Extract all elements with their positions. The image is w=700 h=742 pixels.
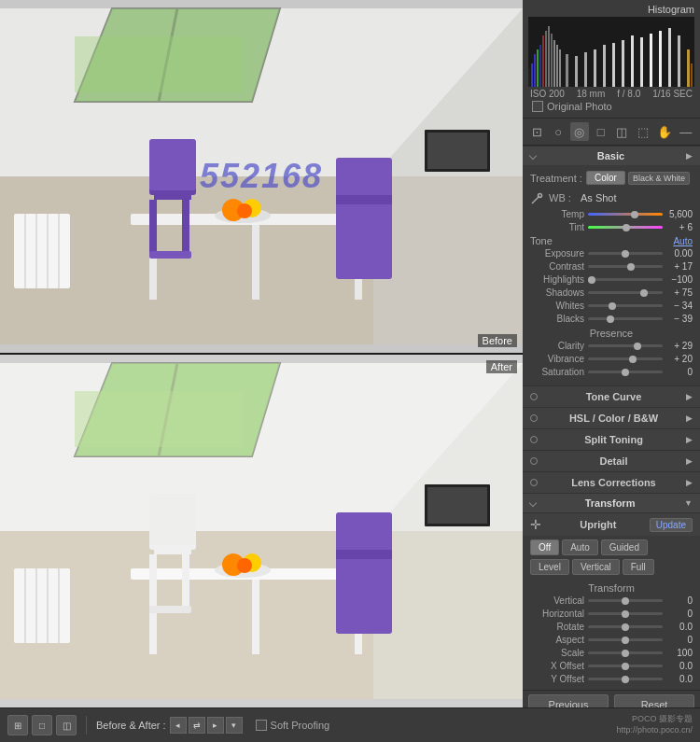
whites-track[interactable] xyxy=(588,304,663,307)
basic-section-label: Basic xyxy=(536,150,686,161)
saturation-thumb[interactable] xyxy=(622,369,629,376)
eyedropper-btn[interactable] xyxy=(530,190,545,205)
svg-rect-53 xyxy=(336,512,392,634)
upright-full-btn[interactable]: Full xyxy=(623,559,654,575)
tint-slider-thumb[interactable] xyxy=(623,224,630,231)
tone-curve-arrow: ▶ xyxy=(686,392,693,401)
upright-guided-btn[interactable]: Guided xyxy=(601,539,648,555)
transform-xoffset-thumb[interactable] xyxy=(622,663,629,670)
hand-tool[interactable]: ✋ xyxy=(655,122,674,141)
shadows-row: Shadows + 75 xyxy=(530,287,693,298)
hsl-indicator xyxy=(530,414,538,422)
tone-curve-section[interactable]: Tone Curve ▶ xyxy=(523,385,700,407)
swap-arrow-btn[interactable]: ⇄ xyxy=(189,717,205,734)
transform-section-header[interactable]: Transform ▼ xyxy=(523,493,700,512)
upright-level-btn[interactable]: Level xyxy=(530,559,569,575)
transform-horizontal-track[interactable] xyxy=(588,612,663,615)
update-btn[interactable]: Update xyxy=(650,518,693,532)
svg-line-93 xyxy=(532,202,534,203)
transform-xoffset-track[interactable] xyxy=(588,665,663,667)
blacks-track[interactable] xyxy=(588,317,663,320)
grid-view-btn[interactable]: ⊞ xyxy=(7,715,28,735)
transform-vertical-thumb[interactable] xyxy=(622,597,629,605)
original-photo-row[interactable]: Original Photo xyxy=(528,99,694,114)
transform-rotate-track[interactable] xyxy=(588,625,663,628)
soft-proofing-checkbox[interactable] xyxy=(256,720,267,731)
shutter-info: 1/16 SEC xyxy=(652,89,693,99)
transform-scale-thumb[interactable] xyxy=(622,650,629,657)
gradient-tool[interactable]: ◫ xyxy=(612,122,631,141)
menu-arrow-btn[interactable]: ▾ xyxy=(226,717,243,734)
clarity-track[interactable] xyxy=(588,344,663,347)
transform-vertical-track[interactable] xyxy=(588,599,663,602)
basic-section-content: Treatment : Color Black & White WB : As xyxy=(523,165,700,385)
exposure-thumb[interactable] xyxy=(622,250,629,258)
saturation-track[interactable] xyxy=(588,371,663,373)
transform-aspect-thumb[interactable] xyxy=(622,637,629,644)
whites-thumb[interactable] xyxy=(609,302,616,310)
split-toning-section[interactable]: Split Toning ▶ xyxy=(523,428,700,450)
detail-section[interactable]: Detail ▶ xyxy=(523,450,700,471)
transform-yoffset-track[interactable] xyxy=(588,678,663,680)
radial-tool[interactable]: ⬚ xyxy=(634,122,652,141)
contrast-thumb[interactable] xyxy=(627,263,635,271)
exposure-track[interactable] xyxy=(588,252,663,255)
clarity-thumb[interactable] xyxy=(634,343,641,350)
aperture-info: f / 8.0 xyxy=(617,89,640,99)
vibrance-thumb[interactable] xyxy=(629,356,637,363)
original-photo-checkbox[interactable] xyxy=(532,101,543,112)
blacks-value: − 39 xyxy=(666,314,693,324)
auto-btn[interactable]: Auto xyxy=(673,236,693,246)
highlights-thumb[interactable] xyxy=(588,276,595,284)
svg-rect-75 xyxy=(559,49,561,87)
highlights-label: Highlights xyxy=(530,274,584,285)
before-photo: 552168 Before xyxy=(0,0,523,353)
svg-rect-71 xyxy=(548,26,550,87)
transform-xoffset-label: X Offset xyxy=(530,661,584,671)
transform-horizontal-thumb[interactable] xyxy=(622,610,629,618)
upright-vertical-btn[interactable]: Vertical xyxy=(572,559,620,575)
redeye-tool[interactable]: ◎ xyxy=(570,122,589,141)
bw-btn[interactable]: Black & White xyxy=(628,172,690,185)
lens-corrections-section[interactable]: Lens Corrections ▶ xyxy=(523,471,700,493)
hsl-section[interactable]: HSL / Color / B&W ▶ xyxy=(523,407,700,428)
upright-auto-btn[interactable]: Auto xyxy=(562,539,598,555)
svg-rect-82 xyxy=(622,40,624,87)
transform-aspect-track[interactable] xyxy=(588,638,663,641)
highlights-track[interactable] xyxy=(588,278,663,281)
basic-section-header[interactable]: Basic ▶ xyxy=(523,146,700,165)
tint-slider-track[interactable] xyxy=(588,226,663,229)
loupe-view-btn[interactable]: □ xyxy=(32,715,52,735)
color-btn[interactable]: Color xyxy=(586,171,625,185)
transform-yoffset-thumb[interactable] xyxy=(622,676,629,683)
previous-btn[interactable]: Previous xyxy=(528,694,609,707)
vibrance-track[interactable] xyxy=(588,357,663,360)
lens-corrections-label: Lens Corrections xyxy=(541,477,686,488)
zoom-tool[interactable]: ― xyxy=(677,122,695,141)
next-arrow-btn[interactable]: ▸ xyxy=(207,717,224,734)
crop-tool[interactable]: ⊡ xyxy=(527,122,546,141)
shadows-track[interactable] xyxy=(588,291,663,294)
svg-rect-17 xyxy=(149,200,157,256)
contrast-track[interactable] xyxy=(588,265,663,268)
compare-view-btn[interactable]: ◫ xyxy=(56,715,77,735)
clarity-value: + 29 xyxy=(666,341,693,351)
heal-tool[interactable]: ○ xyxy=(549,122,567,141)
svg-rect-66 xyxy=(534,54,536,87)
transform-rotate-thumb[interactable] xyxy=(622,623,629,631)
shadows-thumb[interactable] xyxy=(640,289,648,297)
transform-scale-track[interactable] xyxy=(588,651,663,654)
tone-label: Tone xyxy=(530,235,553,246)
prev-arrow-btn[interactable]: ◂ xyxy=(170,717,187,734)
temp-slider-thumb[interactable] xyxy=(631,211,638,218)
transform-yoffset-row: Y Offset 0.0 xyxy=(523,674,700,684)
reset-btn[interactable]: Reset xyxy=(614,694,694,707)
brush-tool[interactable]: □ xyxy=(592,122,610,141)
tools-row: ⊡ ○ ◎ □ ◫ ⬚ ✋ ― xyxy=(523,118,700,146)
svg-rect-9 xyxy=(252,225,259,300)
upright-off-btn[interactable]: Off xyxy=(530,539,559,555)
transform-scale-label: Scale xyxy=(530,648,584,658)
temp-slider-track[interactable] xyxy=(588,213,663,216)
blacks-thumb[interactable] xyxy=(607,315,614,323)
tone-curve-indicator xyxy=(530,393,538,400)
